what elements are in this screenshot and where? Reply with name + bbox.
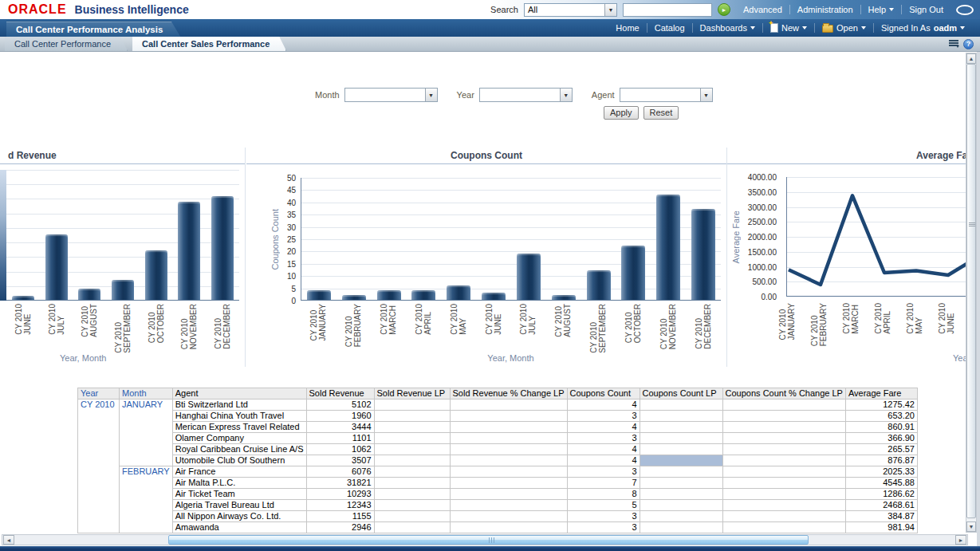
navlink-catalog[interactable]: Catalog [647, 23, 692, 33]
prompt-select-agent[interactable]: ▼ [620, 88, 713, 102]
help-icon[interactable]: ? [963, 39, 974, 49]
vertical-scrollbar[interactable]: ▲ ▼ [966, 53, 977, 533]
tab-call-center-performance[interactable]: Call Center Performance [5, 37, 128, 51]
navlink-dashboards[interactable]: Dashboards [692, 23, 762, 33]
signed-in-as[interactable]: Signed In Asoadm [873, 23, 972, 33]
value-cell [722, 511, 845, 522]
x-axis-label: CY 2010 NOVEMBER [659, 304, 677, 349]
page-options-icon[interactable] [949, 40, 958, 48]
chat-bubble-icon[interactable] [956, 5, 974, 15]
horizontal-scroll-thumb[interactable] [168, 535, 809, 545]
table-row: Algeria Travel Bureau Ltd1234352468.61 [78, 500, 918, 511]
value-cell: 3 [567, 433, 640, 444]
month-cell[interactable]: FEBRUARY [120, 466, 173, 533]
y-tick-label: 50 [258, 174, 296, 183]
month-cell[interactable]: JANUARY [120, 399, 173, 466]
bar-cy-2010-march[interactable] [377, 290, 401, 300]
bar-slot [372, 178, 407, 300]
toplink-administration[interactable]: Administration [789, 5, 860, 14]
value-cell: 2025.33 [845, 466, 917, 478]
search-scope-value: All [525, 4, 604, 16]
chart-sold-revenue: d RevenueCY 2010 JUNECY 2010 JULYCY 2010… [0, 148, 246, 367]
table-row: FEBRUARYAir France607632025.33 [78, 466, 918, 478]
reset-button[interactable]: Reset [643, 106, 679, 120]
bar-cy-2010-november[interactable] [656, 195, 680, 300]
value-cell: 3 [567, 466, 640, 478]
prompt-label-month: Month [315, 90, 340, 100]
bar-cy-2010-february[interactable] [342, 295, 366, 300]
toplink-advanced[interactable]: Advanced [736, 5, 789, 14]
bar-slot [206, 170, 239, 300]
toplink-help[interactable]: Help [860, 5, 902, 14]
scroll-left-icon[interactable]: ◄ [3, 535, 14, 545]
label-slot: CY 2010 AUGUST [545, 304, 581, 353]
combo-arrow-icon[interactable]: ▼ [604, 4, 616, 16]
caret-down-icon [889, 8, 894, 14]
bar-cy-2010-august[interactable] [552, 295, 576, 300]
bar-cy-2010-january[interactable] [307, 290, 331, 300]
navlink-home[interactable]: Home [608, 23, 646, 33]
navlink-open[interactable]: Open [814, 23, 873, 33]
year-cell[interactable]: CY 2010 [78, 399, 120, 533]
bar-cy-2010-june[interactable] [12, 296, 34, 300]
value-cell: 7 [567, 478, 640, 489]
search-scope-select[interactable]: All ▼ [524, 3, 617, 17]
bar-cy-2010-may[interactable] [447, 285, 470, 301]
value-cell [722, 433, 845, 444]
value-cell: 3507 [306, 455, 374, 466]
table-row: Air Ticket Team1029381286.62 [78, 489, 918, 500]
y-tick-label: 40 [258, 199, 296, 207]
x-axis-labels: CY 2010 JANUARYCY 2010 FEBRUARYCY 2010 M… [301, 304, 721, 353]
value-cell: 1960 [306, 411, 374, 422]
horizontal-scrollbar[interactable]: ◄ ► [2, 534, 968, 545]
search-input[interactable] [623, 3, 712, 17]
y-tick-label: 20 [258, 247, 296, 256]
y-tick-label: 5 [258, 285, 296, 293]
table-row: Royal Caribbean Cruise Line A/S10624265.… [78, 444, 918, 455]
search-go-button[interactable]: ► [718, 3, 730, 16]
x-axis-label: CY 2010 JANUARY [309, 304, 327, 341]
nav-links: HomeCatalogDashboardsNewOpenSigned In As… [608, 19, 980, 37]
y-tick-label: 3000.00 [735, 203, 777, 212]
toplink-label: Help [868, 5, 887, 14]
value-cell [374, 411, 450, 422]
combo-arrow-icon[interactable]: ▼ [560, 89, 572, 101]
prompt-select-year[interactable]: ▼ [479, 88, 573, 102]
bar-cy-2010-july[interactable] [517, 254, 541, 301]
value-cell [722, 489, 845, 500]
label-slot: CY 2010 JULY [40, 304, 73, 353]
tab-call-center-sales-performance[interactable]: Call Center Sales Performance [132, 37, 286, 51]
bar-cy-2010-august[interactable] [78, 289, 100, 300]
column-header: Sold Revenue % Change LP [450, 388, 567, 399]
bar-cy-2010-october[interactable] [621, 246, 645, 300]
bar-cy-2010-april[interactable] [411, 290, 435, 300]
table-row: Olamer Company11013366.90 [78, 433, 918, 444]
scroll-down-icon[interactable]: ▼ [966, 521, 976, 532]
open-folder-icon [822, 25, 833, 33]
label-slot: CY 2010 AUGUST [73, 304, 106, 353]
vertical-scroll-thumb[interactable] [966, 64, 976, 518]
value-cell: 5102 [306, 399, 374, 411]
value-cell: 6076 [306, 466, 374, 478]
bar-cy-2010-september[interactable] [587, 270, 611, 300]
value-cell: 1275.42 [845, 399, 917, 411]
caret-down-icon [861, 26, 866, 32]
bar-cy-2010-july[interactable] [45, 234, 68, 300]
bar-cy-2010-october[interactable] [145, 250, 167, 300]
combo-arrow-icon[interactable]: ▼ [700, 89, 712, 101]
apply-button[interactable]: Apply [604, 106, 639, 120]
combo-arrow-icon[interactable]: ▼ [425, 89, 437, 101]
prompt-select-month[interactable]: ▼ [344, 88, 438, 102]
bar-cy-2010-november[interactable] [178, 202, 200, 300]
dashboard-page-tab[interactable]: Call Center Performance Analysis [6, 21, 180, 37]
value-cell [640, 522, 722, 533]
toplink-sign-out[interactable]: Sign Out [901, 5, 950, 14]
scroll-up-icon[interactable]: ▲ [966, 53, 976, 64]
bar-cy-2010-december[interactable] [691, 209, 715, 300]
bar-cy-2010-december[interactable] [211, 196, 234, 300]
scroll-right-icon[interactable]: ► [955, 535, 966, 545]
value-cell: 653.20 [845, 411, 917, 422]
bar-cy-2010-september[interactable] [112, 280, 134, 300]
navlink-new[interactable]: New [762, 23, 814, 33]
bar-cy-2010-june[interactable] [482, 293, 506, 300]
